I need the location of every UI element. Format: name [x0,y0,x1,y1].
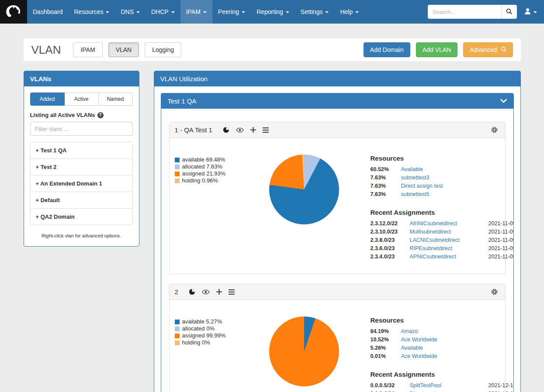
resources-list: 60.52%Available 7.63%subnettest3 7.63%Di… [371,166,506,197]
resource-link[interactable]: Available [401,166,506,172]
nav-item-reporting[interactable]: Reporting [251,0,295,24]
assignment-link[interactable]: AfriNICsubnetdirect [410,220,484,227]
vlan-section-1-header: 1 - QA Test 1 [170,122,505,138]
domain-panel-header[interactable]: Test 1 QA [161,93,513,109]
app-logo[interactable] [0,0,27,24]
legend-item: allocated 7.63% [175,163,257,170]
legend-label: holding 0% [182,339,210,346]
legend-label: available 5.27% [182,318,222,325]
resource-link[interactable]: Ace Worldwide [401,337,506,343]
legend-label: assigned 99.99% [182,332,226,339]
assignment-link[interactable]: SplitTestPool [410,382,484,389]
pie-chart-icon[interactable] [223,127,229,133]
tab-vlan[interactable]: VLAN [108,42,139,57]
section-title: 2 [175,288,178,296]
tab-logging[interactable]: Logging [145,42,181,57]
caret-down-icon [325,11,329,13]
resource-link[interactable]: subnettest5 [401,191,506,197]
plus-icon[interactable] [216,289,222,295]
resource-link[interactable]: Available [401,345,506,351]
gear-icon[interactable] [491,288,498,296]
vlan-list-item[interactable]: + Test 2 [30,158,133,175]
search-input[interactable] [428,5,501,19]
assignment-link[interactable]: APNICsubnetdirect [410,254,484,260]
add-domain-button[interactable]: Add Domain [364,42,410,57]
section-title: 1 - QA Test 1 [175,126,212,134]
chevron-down-icon[interactable] [500,99,507,103]
filter-tab-active[interactable]: Active [64,93,99,106]
assignment-cidr: 2.3.10.0/23 [371,229,405,235]
menu-icon[interactable] [229,289,235,295]
tab-ipam[interactable]: IPAM [73,42,102,57]
vlan-section-2: 2 [169,284,506,392]
resource-link[interactable]: Amazo [401,328,506,334]
nav-item-dns[interactable]: DNS [115,0,146,24]
nav-item-resources[interactable]: Resources [69,0,115,24]
section-details: Resources 60.52%Available 7.63%subnettes… [371,155,506,260]
legend-item: available 5.27% [175,318,257,325]
vlan-filter-input[interactable] [30,122,133,136]
assignment-link[interactable]: Multisubnetdirect [410,229,484,235]
vlan-list-item[interactable]: + Default [30,192,133,209]
resource-pct: 10.52% [371,337,396,343]
assignment-link[interactable]: LACNICsubnetdirect [410,237,484,243]
plus-icon[interactable] [250,127,256,133]
filter-tab-added[interactable]: Added [30,93,65,106]
resources-title: Resources [371,155,506,162]
assignment-cidr: 2.3.8.0/23 [371,237,405,243]
resource-pct: 60.52% [371,166,396,172]
assignment-link[interactable]: RIPEsubnetdirect [410,245,484,251]
add-vlan-button[interactable]: Add VLAN [416,42,457,57]
recent-assignments-title: Recent Assignments [371,209,506,216]
resource-pct: 7.63% [371,175,396,181]
nav-item-help[interactable]: Help [334,0,364,24]
nav-item-peering[interactable]: Peering [212,0,251,24]
assignment-cidr: 2.3.6.0/23 [371,245,405,251]
eye-icon[interactable] [236,127,244,133]
vlans-panel: VLANs Added Active Named Listing all Act… [24,71,139,247]
legend-label: allocated 7.63% [182,163,223,170]
user-menu-button[interactable] [517,7,540,16]
utilization-pie-chart [269,155,339,224]
pie-chart-icon[interactable] [189,289,195,295]
top-navbar: Dashboard Resources DNS DHCP IPAM Peerin… [0,0,544,24]
resource-pct: 5.26% [371,345,396,351]
gear-icon[interactable] [491,126,498,134]
resource-pct: 7.63% [371,183,396,189]
main-nav: Dashboard Resources DNS DHCP IPAM Peerin… [27,0,364,24]
legend-item: holding 0.96% [175,177,257,184]
nav-item-dashboard[interactable]: Dashboard [27,0,69,24]
advanced-search-button[interactable]: Advanced [463,42,513,57]
assignment-date: 2021-12-15 [489,382,514,389]
domain-title: Test 1 QA [168,97,197,105]
search-button[interactable] [501,5,517,19]
legend-swatch [175,340,180,345]
menu-icon[interactable] [263,127,269,133]
nav-item-dhcp[interactable]: DHCP [146,0,180,24]
nav-item-settings[interactable]: Settings [295,0,335,24]
legend-item: holding 0% [175,339,257,346]
listing-label: Listing all Active VLANs [30,112,133,118]
page-title: VLAN [31,43,61,57]
pie-legend: available 5.27% allocated 0% assigned 99… [175,318,257,346]
resource-link[interactable]: Ace Worldwide [401,353,506,359]
resource-link[interactable]: Direct assign test [401,183,506,189]
vlan-list-item[interactable]: + QA2 Domain [30,208,133,225]
caret-down-icon [136,11,140,13]
assignments-list: 0.0.0.5/32SplitTestPool2021-12-15 0.0.0.… [371,382,506,392]
mammoth-logo-icon [5,3,22,21]
nav-item-ipam[interactable]: IPAM [180,0,212,24]
legend-label: assigned 21.93% [182,170,226,177]
resource-link[interactable]: subnettest3 [401,175,506,181]
filter-tab-named[interactable]: Named [98,93,133,106]
vlan-list: + Test 1 QA + Test 2 + An Extended Domai… [30,142,133,225]
assignment-date: 2021-11-09 [489,229,514,235]
eye-icon[interactable] [202,289,210,295]
vlan-list-item[interactable]: + Test 1 QA [30,142,133,159]
vlan-list-item[interactable]: + An Extended Domain 1 [30,175,133,192]
assignments-list: 2.3.12.0/22AfriNICsubnetdirect2021-11-09… [371,220,506,260]
vlan-utilization-panel: VLAN Utilization Test 1 QA 1 - QA Test 1 [154,71,521,392]
vlan-section-2-header: 2 [170,284,505,300]
question-circle-icon[interactable] [97,112,104,118]
legend-item: assigned 99.99% [175,332,257,339]
